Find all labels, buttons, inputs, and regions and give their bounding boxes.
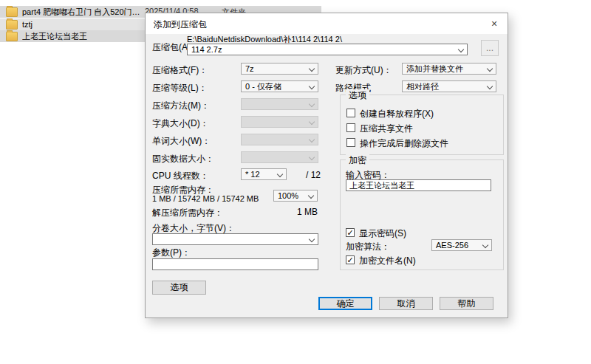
cpu-threads-max: / 12 — [306, 170, 321, 180]
update-mode-combobox[interactable]: 添加并替换文件 — [402, 63, 496, 75]
volume-size-combobox[interactable] — [152, 233, 318, 245]
cancel-button[interactable]: 取消 — [379, 297, 433, 310]
solid-size-combobox — [241, 151, 318, 163]
archive-name-value: 114 2.7z — [191, 45, 222, 54]
format-combobox[interactable]: 7z — [241, 63, 318, 75]
delete-after-checkbox[interactable] — [346, 138, 355, 147]
chevron-down-icon — [309, 137, 315, 142]
help-button-label: 帮助 — [458, 298, 476, 310]
path-mode-value: 相对路径 — [406, 81, 439, 92]
cpu-threads-value: * 12 — [245, 170, 260, 179]
compress-shared-checkbox[interactable] — [346, 123, 355, 132]
folder-icon — [6, 7, 18, 17]
folder-icon — [6, 20, 18, 30]
close-icon: × — [491, 18, 497, 30]
chevron-down-icon — [309, 83, 315, 89]
archive-name-combobox[interactable]: 114 2.7z — [187, 44, 468, 55]
screen: part4 肥嘟嘟右卫门 自入520门槛 全网... 2025/11/4 0:5… — [0, 0, 591, 364]
update-mode-value: 添加并替换文件 — [406, 63, 463, 75]
chevron-down-icon — [309, 66, 315, 72]
dictionary-combobox — [241, 116, 318, 128]
level-value: 0 - 仅存储 — [245, 81, 281, 92]
encrypt-filenames-checkbox[interactable]: ✓ — [346, 255, 355, 264]
parameters-label: 参数(P)： — [152, 247, 191, 259]
level-combobox[interactable]: 0 - 仅存储 — [241, 80, 318, 92]
password-input[interactable]: 上老王论坛当老王 — [346, 179, 491, 191]
chevron-down-icon — [308, 193, 314, 199]
memory-compress-detail: 1 MB / 15742 MB / 15742 MB — [152, 194, 259, 203]
ok-button-label: 确定 — [337, 298, 355, 310]
browse-button[interactable]: ... — [481, 40, 499, 56]
memory-decompress-label: 解压缩所需内存： — [152, 207, 223, 219]
create-sfx-label: 创建自释放程序(X) — [360, 108, 434, 120]
create-sfx-checkbox[interactable] — [346, 109, 355, 117]
ellipsis-icon: ... — [486, 43, 493, 53]
check-icon: ✓ — [346, 228, 353, 237]
format-value: 7z — [245, 64, 254, 73]
encryption-method-label: 加密算法： — [346, 241, 390, 253]
check-icon: ✓ — [346, 255, 353, 264]
delete-after-label: 操作完成后删除源文件 — [360, 137, 448, 150]
chevron-down-icon — [309, 154, 315, 160]
parameters-input[interactable] — [152, 258, 318, 270]
update-mode-label: 更新方式(U)： — [335, 64, 392, 77]
dictionary-label: 字典大小(D)： — [152, 117, 209, 130]
word-size-label: 单词大小(W)： — [152, 135, 211, 148]
path-mode-combobox[interactable]: 相对路径 — [402, 80, 496, 92]
options-group: 选项 创建自释放程序(X) 压缩共享文件 操作完成后删除源文件 — [340, 95, 504, 155]
solid-size-label: 固实数据大小： — [152, 153, 214, 165]
encryption-method-combobox[interactable]: AES-256 — [431, 239, 492, 251]
encryption-group: 加密 输入密码： 上老王论坛当老王 ✓ 显示密码(S) 加密算法： AES-25… — [340, 159, 504, 270]
memory-percent-value: 100% — [278, 191, 298, 200]
help-button[interactable]: 帮助 — [440, 297, 493, 310]
chevron-down-icon — [277, 171, 283, 177]
file-name: 上老王论坛当老王 — [22, 31, 87, 42]
close-button[interactable]: × — [481, 13, 508, 34]
file-name: tztj — [22, 20, 33, 29]
add-to-archive-dialog: 添加到压缩包 × 压缩包(A)： E:\BaiduNetdiskDownload… — [145, 13, 508, 318]
memory-percent-combobox[interactable]: 100% — [273, 190, 318, 202]
method-combobox — [241, 98, 318, 110]
dialog-title: 添加到压缩包 — [154, 18, 207, 31]
format-label: 压缩格式(F)： — [152, 64, 208, 77]
ok-button[interactable]: 确定 — [318, 297, 372, 310]
chevron-down-icon — [487, 83, 493, 89]
chevron-down-icon — [309, 119, 315, 125]
folder-icon — [6, 32, 18, 41]
cpu-threads-label: CPU 线程数： — [152, 170, 209, 182]
options-button[interactable]: 选项 — [152, 281, 206, 295]
chevron-down-icon — [487, 66, 493, 72]
chevron-down-icon — [482, 242, 488, 248]
level-label: 压缩等级(L)： — [152, 82, 208, 95]
options-group-legend: 选项 — [346, 89, 369, 102]
chevron-down-icon — [309, 236, 315, 242]
show-password-label: 显示密码(S) — [359, 227, 406, 240]
method-label: 压缩方法(M)： — [152, 100, 210, 112]
encrypt-filenames-label: 加密文件名(N) — [359, 255, 416, 267]
password-value: 上老王论坛当老王 — [349, 180, 414, 191]
show-password-checkbox[interactable]: ✓ — [346, 228, 355, 237]
cancel-button-label: 取消 — [397, 298, 415, 310]
chevron-down-icon — [309, 101, 315, 107]
options-button-label: 选项 — [171, 281, 188, 294]
encryption-group-legend: 加密 — [346, 154, 369, 167]
dialog-titlebar[interactable]: 添加到压缩包 × — [146, 13, 508, 34]
word-size-combobox — [241, 134, 318, 145]
compress-shared-label: 压缩共享文件 — [360, 123, 413, 135]
cpu-threads-combobox[interactable]: * 12 — [241, 168, 287, 180]
memory-decompress-value: 1 MB — [286, 207, 318, 217]
encryption-method-value: AES-256 — [436, 241, 468, 250]
chevron-down-icon — [458, 47, 464, 52]
file-name: part4 肥嘟嘟右卫门 自入520门槛 全网... — [22, 7, 140, 18]
